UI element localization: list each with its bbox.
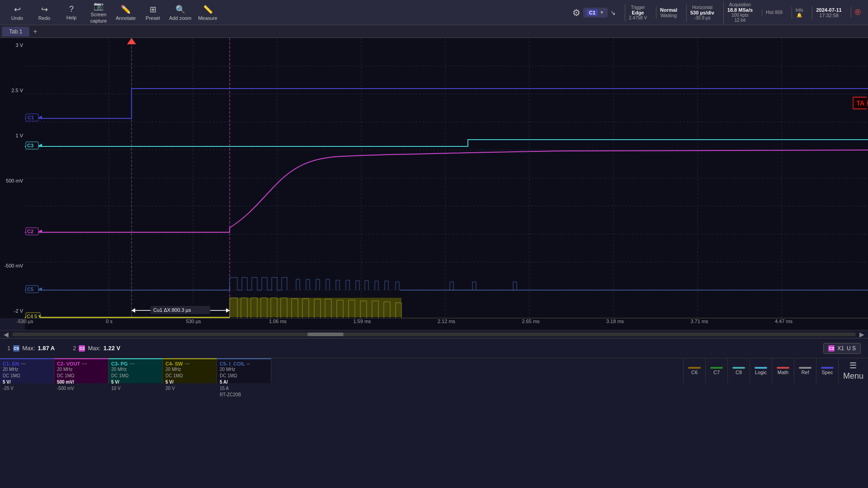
x-tick-0: 0 s bbox=[106, 319, 113, 324]
channel-strip: C1- EN ···· 20 MHz DC 1MΩ 5 V/ -25 V C2-… bbox=[0, 358, 868, 383]
svg-text:C1: C1 bbox=[28, 115, 34, 120]
x-tick-1-06ms: 1.06 ms bbox=[269, 319, 287, 324]
toolbar: ↩ Undo ↪ Redo ? Help 📷 Screencapture ✏️ … bbox=[0, 0, 868, 25]
measure-button[interactable]: 📏 Measure bbox=[194, 1, 222, 24]
trigger-mode-val: Normal bbox=[660, 7, 677, 13]
c4-strip-dots: ···· bbox=[185, 361, 190, 366]
c1-strip-dots: ···· bbox=[21, 361, 26, 366]
y-label-2-5v: 2.5 V bbox=[2, 88, 23, 93]
help-button[interactable]: ? Help bbox=[58, 1, 85, 24]
menu-button[interactable]: ☰ Menu bbox=[838, 358, 868, 383]
c7-button[interactable]: C7 bbox=[705, 358, 727, 383]
c3-strip-label: C3- PG bbox=[111, 361, 128, 366]
scroll-right-button[interactable]: ▶ bbox=[858, 331, 866, 338]
trigger-label: Trigger bbox=[631, 5, 645, 10]
info-time: 17:32:58 bbox=[819, 13, 839, 18]
ch-strip-c1[interactable]: C1- EN ···· 20 MHz DC 1MΩ 5 V/ -25 V bbox=[0, 358, 54, 383]
scope-area: 3 V 2.5 V 1 V 500 mV -500 mV -2 V bbox=[0, 38, 868, 318]
help-label: Help bbox=[66, 15, 77, 20]
acquisition-bits: 12 bit bbox=[735, 18, 745, 23]
r-icon: ® bbox=[855, 8, 861, 17]
tab-1[interactable]: Tab 1 bbox=[2, 27, 29, 37]
bottom-right-buttons: C6 C7 C8 Logic Math Ref Spec ☰ Menu bbox=[683, 358, 868, 383]
c6-button[interactable]: C6 bbox=[683, 358, 705, 383]
redo-button[interactable]: ↪ Redo bbox=[31, 1, 58, 24]
menu-label: Menu bbox=[843, 371, 863, 381]
y-label-3v: 3 V bbox=[2, 42, 23, 48]
ch-strip-c2[interactable]: C2- VOUT ···· 20 MHz DC 1MΩ 500 mV/ -500… bbox=[54, 358, 108, 383]
measure-ch2-badge: C2 bbox=[79, 345, 85, 352]
preset-label: Preset bbox=[146, 15, 160, 21]
math-button[interactable]: Math bbox=[772, 358, 794, 383]
datetime-info: 2024-07-11 17:32:58 bbox=[812, 6, 845, 19]
trigger-status: Waiting bbox=[660, 13, 677, 18]
y-label-neg2v: -2 V bbox=[2, 308, 23, 314]
menu-icon: ☰ bbox=[849, 361, 857, 371]
settings-icon[interactable]: ⚙ bbox=[572, 7, 580, 18]
acquisition-hist: Hist 869 bbox=[762, 9, 786, 16]
c2-strip-details: 20 MHz DC 1MΩ 500 mV/ -500 mV bbox=[57, 366, 105, 392]
add-zoom-button[interactable]: 🔍 Add zoom bbox=[166, 1, 194, 24]
horizontal-info: Horizontal 530 µs/div -30.9 µs bbox=[686, 4, 718, 21]
preset-button[interactable]: ⊞ Preset bbox=[139, 1, 166, 24]
measure-label: Measure bbox=[198, 15, 217, 21]
y-label-1v: 1 V bbox=[2, 133, 23, 138]
scroll-track[interactable] bbox=[12, 333, 856, 336]
math-label: Math bbox=[778, 370, 788, 375]
svg-rect-88 bbox=[230, 298, 401, 317]
trigger-type: Edge bbox=[632, 10, 644, 15]
measure-item-2: 2 C2 Max: 1.22 V bbox=[73, 345, 120, 352]
acquisition-rate: 18.8 MSa/s bbox=[727, 7, 753, 13]
acquisition-hist-val: Hist 869 bbox=[766, 10, 783, 15]
oscilloscope-chart[interactable]: C1 C3 C2 C5 C4 5▼ Cu1 ΔX:800.3 µs bbox=[25, 38, 868, 318]
c4-strip-details: 20 MHz DC 1MΩ 5 V/ 20 V bbox=[165, 366, 214, 392]
x-tick-530: 530 µs bbox=[186, 319, 201, 324]
spec-label: Spec bbox=[821, 370, 833, 375]
logic-label: Logic bbox=[755, 370, 767, 375]
scroll-thumb[interactable] bbox=[307, 333, 344, 336]
c5-strip-dots: – bbox=[247, 361, 250, 366]
info-label: Info bbox=[796, 8, 803, 13]
measure-value-1: 1.87 A bbox=[38, 345, 55, 352]
c6-label: C6 bbox=[691, 370, 698, 375]
logic-color-bar bbox=[755, 367, 767, 369]
screen-capture-button[interactable]: 📷 Screencapture bbox=[85, 1, 112, 24]
c7-label: C7 bbox=[713, 370, 720, 375]
annotate-button[interactable]: ✏️ Annotate bbox=[112, 1, 139, 24]
x-tick-neg530: -530 µs bbox=[17, 319, 33, 324]
c5-strip-label: C5- I_COIL bbox=[220, 361, 245, 366]
x-axis: -530 µs 0 s 530 µs 1.06 ms 1.59 ms 2.12 … bbox=[25, 318, 868, 330]
logic-button[interactable]: Logic bbox=[750, 358, 772, 383]
ref-button[interactable]: Ref bbox=[794, 358, 816, 383]
measure-num-1: 1 bbox=[7, 345, 10, 352]
add-tab-button[interactable]: + bbox=[29, 26, 41, 38]
ch-strip-c3[interactable]: C3- PG ···· 20 MHz DC 1MΩ 5 V/ 10 V bbox=[108, 358, 163, 383]
undo-button[interactable]: ↩ Undo bbox=[4, 1, 31, 24]
x1-ch-badge: C2 bbox=[828, 345, 835, 352]
redo-label: Redo bbox=[38, 15, 50, 21]
c1-strip-details: 20 MHz DC 1MΩ 5 V/ -25 V bbox=[3, 366, 51, 392]
measure-label-1: Max: bbox=[22, 345, 35, 352]
c8-label: C8 bbox=[736, 370, 742, 375]
c2-strip-dots: ···· bbox=[82, 361, 87, 366]
ref-color-bar bbox=[799, 367, 811, 369]
acquisition-info: Acquisition 18.8 MSa/s 100 kpts 12 bit bbox=[723, 1, 756, 23]
channel-dropdown[interactable]: C1 ▼ bbox=[583, 8, 608, 18]
ta-badge[interactable]: TA bbox=[853, 97, 868, 109]
measure-label-2: Max: bbox=[88, 345, 100, 352]
c2-strip-label: C2- VOUT bbox=[57, 361, 80, 366]
measure-ch1-badge: C5 bbox=[13, 345, 19, 352]
horizontal-label: Horizontal bbox=[692, 5, 712, 10]
screen-capture-label: Screencapture bbox=[90, 12, 107, 23]
spec-button[interactable]: Spec bbox=[816, 358, 838, 383]
ch-strip-c4[interactable]: C4- SW ···· 20 MHz DC 1MΩ 5 V/ 20 V bbox=[163, 358, 217, 383]
c1-badge: C1 bbox=[587, 9, 598, 16]
ch-strip-c5[interactable]: C5- I_COIL – 20 MHz DC 1MΩ 5 A/ 15 A RT-… bbox=[217, 358, 271, 383]
horizontal-position: -30.9 µs bbox=[694, 15, 710, 20]
redo-icon: ↪ bbox=[41, 5, 48, 14]
c8-button[interactable]: C8 bbox=[727, 358, 750, 383]
scrollbar: ◀ ▶ bbox=[0, 330, 868, 338]
toolbar-right: ⚙ C1 ▼ ↘ Trigger Edge 2.4758 V Normal Wa… bbox=[569, 1, 864, 23]
scroll-left-button[interactable]: ◀ bbox=[2, 331, 10, 338]
x-tick-3-18ms: 3.18 ms bbox=[606, 319, 624, 324]
